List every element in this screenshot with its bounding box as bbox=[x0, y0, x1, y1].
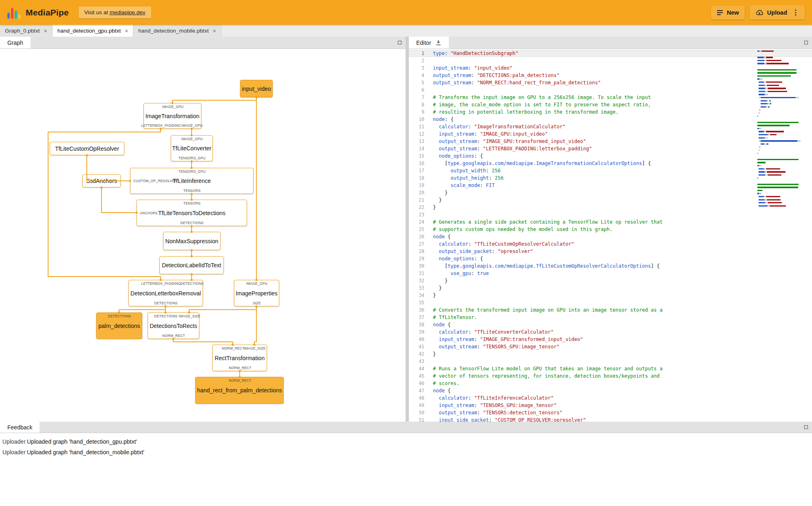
code-line[interactable]: 8# image, the scale_mode option is set t… bbox=[409, 101, 812, 108]
graph-node-TfLiteInference[interactable]: TfLiteInferenceTENSORS_GPUTENSORSCUSTOM_… bbox=[130, 168, 254, 194]
code-line[interactable]: 30 [type.googleapis.com/mediapipe.TfLite… bbox=[409, 262, 812, 270]
code-line[interactable]: 37# TfLiteTensor. bbox=[409, 314, 812, 321]
document-tab-hand_detection_mobile.pbtxt[interactable]: hand_detection_mobile.pbtxt× bbox=[133, 25, 221, 37]
document-tab-hand_detection_gpu.pbtxt[interactable]: hand_detection_gpu.pbtxt× bbox=[53, 25, 134, 37]
code-line[interactable]: 21 } bbox=[409, 196, 812, 204]
graph-node-input_video[interactable]: input_video bbox=[240, 80, 273, 97]
code-line[interactable]: 4output_stream: "DETECTIONS:palm_detecti… bbox=[409, 72, 812, 79]
minimap-line bbox=[757, 124, 801, 127]
code-line[interactable]: 51 input_side_packet: "CUSTOM_OP_RESOLVE… bbox=[409, 416, 812, 422]
code-line[interactable]: 39 calculator: "TfLiteConverterCalculato… bbox=[409, 328, 812, 336]
code-line[interactable]: 34} bbox=[409, 292, 812, 299]
code-line[interactable]: 32 } bbox=[409, 277, 812, 284]
code-line[interactable]: 14 output_stream: "LETTERBOX_PADDING:let… bbox=[409, 145, 812, 152]
code-line[interactable]: 20 } bbox=[409, 189, 812, 196]
tab-graph[interactable]: Graph bbox=[0, 37, 31, 48]
code-line[interactable]: 40 input_stream: "IMAGE_GPU:transformed_… bbox=[409, 336, 812, 343]
code-line[interactable]: 38node { bbox=[409, 321, 812, 328]
code-line[interactable]: 49 input_stream: "TENSORS_GPU:image_tens… bbox=[409, 402, 812, 409]
graph-node-DetectionLabelIdToText[interactable]: DetectionLabelIdToText bbox=[159, 256, 224, 274]
code-line[interactable]: 26node { bbox=[409, 233, 812, 240]
download-graph-icon[interactable] bbox=[435, 40, 441, 46]
minimap-line bbox=[757, 62, 801, 65]
graph-node-ImageProperties[interactable]: ImagePropertiesIMAGE_GPUSIZE bbox=[234, 280, 279, 306]
code-line[interactable]: 43 bbox=[409, 358, 812, 365]
code-line[interactable]: 9# resulting in potential letterboxing i… bbox=[409, 108, 812, 116]
code-line[interactable]: 23 bbox=[409, 211, 812, 218]
graph-node-NonMaxSuppression[interactable]: NonMaxSuppression bbox=[163, 232, 221, 250]
code-line[interactable]: 45# vector of tensors representing, for … bbox=[409, 372, 812, 380]
code-line[interactable]: 1type: "HandDetectionSubgraph" bbox=[409, 50, 812, 57]
code-line[interactable]: 12 input_stream: "IMAGE_GPU:input_video" bbox=[409, 130, 812, 138]
code-line[interactable]: 18 output_height: 256 bbox=[409, 174, 812, 182]
code-line[interactable]: 33 } bbox=[409, 284, 812, 292]
code-line[interactable]: 31 use_gpu: true bbox=[409, 270, 812, 277]
graph-node-SsdAnchors[interactable]: SsdAnchors bbox=[82, 174, 121, 187]
graph-node-DetectionLetterboxRemoval[interactable]: DetectionLetterboxRemovalLETTERBOX_PADDI… bbox=[128, 280, 203, 306]
node-title: input_video bbox=[241, 86, 272, 92]
code-line[interactable]: 48 calculator: "TfLiteInferenceCalculato… bbox=[409, 394, 812, 402]
code-line[interactable]: 10node: { bbox=[409, 116, 812, 123]
upload-button[interactable]: Upload ⋮ bbox=[750, 5, 805, 20]
code-line[interactable]: 27 calculator: "TfLiteCustomOpResolverCa… bbox=[409, 240, 812, 248]
minimap-line bbox=[757, 174, 801, 177]
code-line[interactable]: 3input_stream: "input_video" bbox=[409, 64, 812, 72]
code-line[interactable]: 25# supports custom ops needed by the mo… bbox=[409, 226, 812, 233]
document-tab-Graph_0.pbtxt[interactable]: Graph_0.pbtxt× bbox=[0, 25, 53, 37]
mediapipe-dev-link[interactable]: mediapipe.dev bbox=[110, 9, 146, 15]
graph-node-TfLiteCustomOpResolver[interactable]: TfLiteCustomOpResolver bbox=[50, 142, 124, 155]
minimap-line bbox=[757, 189, 801, 192]
port-label-LETTERBOX_PADDING: LETTERBOX_PADDING bbox=[141, 282, 181, 286]
port-label-NORM_RECT: NORM_RECT bbox=[229, 378, 252, 383]
code-line[interactable]: 13 output_stream: "IMAGE_GPU:transformed… bbox=[409, 138, 812, 145]
graph-canvas[interactable]: input_videoImageTransformationIMAGE_GPUL… bbox=[0, 49, 406, 422]
code-line[interactable]: 15 node_options: { bbox=[409, 152, 812, 160]
code-line[interactable]: 35 bbox=[409, 299, 812, 306]
minimap-line bbox=[757, 53, 801, 56]
tab-feedback[interactable]: Feedback bbox=[0, 422, 40, 433]
close-tab-icon[interactable]: × bbox=[213, 28, 216, 34]
code-line[interactable]: 42} bbox=[409, 350, 812, 358]
graph-node-RectTransformation[interactable]: RectTransformationNORM_RECTIMAGE_SIZENOR… bbox=[212, 345, 267, 371]
tab-editor[interactable]: Editor bbox=[409, 37, 449, 48]
close-tab-icon[interactable]: × bbox=[44, 28, 47, 34]
editor-minimap[interactable] bbox=[757, 50, 801, 207]
code-line[interactable]: 47node { bbox=[409, 387, 812, 394]
close-tab-icon[interactable]: × bbox=[125, 28, 128, 34]
graph-node-hand_rect_from_palm_detections[interactable]: hand_rect_from_palm_detectionsNORM_RECT bbox=[195, 377, 284, 404]
upload-options-kebab-icon[interactable]: ⋮ bbox=[792, 9, 799, 16]
code-line[interactable]: 19 scale_mode: FIT bbox=[409, 182, 812, 189]
expand-editor-panel-icon[interactable] bbox=[804, 40, 808, 45]
code-line[interactable]: 36# Converts the transformed input image… bbox=[409, 306, 812, 314]
code-line[interactable]: 16 [type.googleapis.com/mediapipe.ImageT… bbox=[409, 160, 812, 167]
code-line[interactable]: 5output_stream: "NORM_RECT:hand_rect_fro… bbox=[409, 79, 812, 86]
minimap-line bbox=[757, 50, 801, 53]
code-line[interactable]: 7# Transforms the input image on GPU to … bbox=[409, 94, 812, 101]
code-line[interactable]: 22} bbox=[409, 204, 812, 211]
code-line[interactable]: 28 output_side_packet: "opresolver" bbox=[409, 248, 812, 255]
code-line[interactable]: 46# scores. bbox=[409, 380, 812, 387]
code-line[interactable]: 29 node_options: { bbox=[409, 255, 812, 262]
code-line[interactable]: 50 output_stream: "TENSORS:detection_ten… bbox=[409, 409, 812, 416]
code-line[interactable]: 11 calculator: "ImageTransformationCalcu… bbox=[409, 123, 812, 130]
code-line[interactable]: 41 output_stream: "TENSORS_GPU:image_ten… bbox=[409, 343, 812, 350]
code-line[interactable]: 17 output_width: 256 bbox=[409, 167, 812, 174]
graph-node-ImageTransformation[interactable]: ImageTransformationIMAGE_GPULETTERBOX_PA… bbox=[143, 103, 201, 129]
code-text: # vector of tensors representing, for in… bbox=[433, 373, 660, 379]
port-label-IMAGE_SIZE: IMAGE_SIZE bbox=[244, 346, 265, 350]
graph-node-palm_detections[interactable]: palm_detectionsDETECTIONS bbox=[96, 312, 142, 339]
line-number: 50 bbox=[409, 409, 424, 416]
code-line[interactable]: 24# Generates a single side packet conta… bbox=[409, 218, 812, 226]
expand-graph-panel-icon[interactable] bbox=[397, 40, 402, 45]
graph-node-TfLiteConverter[interactable]: TfLiteConverterIMAGE_GPUTENSORS_GPU bbox=[171, 135, 213, 161]
code-line[interactable]: 44# Runs a TensorFlow Lite model on GPU … bbox=[409, 365, 812, 372]
minimap-line bbox=[757, 127, 801, 130]
graph-node-TfLiteTensorsToDetections[interactable]: TfLiteTensorsToDetectionsTENSORSDETECTIO… bbox=[137, 200, 247, 226]
code-line[interactable]: 2 bbox=[409, 57, 812, 64]
code-line[interactable]: 6 bbox=[409, 86, 812, 94]
graph-node-DetectionsToRects[interactable]: DetectionsToRectsDETECTIONSIMAGE_SIZENOR… bbox=[148, 312, 199, 339]
expand-feedback-panel-icon[interactable] bbox=[804, 425, 808, 429]
editor-body[interactable]: 1type: "HandDetectionSubgraph"23input_st… bbox=[409, 49, 812, 422]
line-number: 33 bbox=[409, 284, 424, 292]
new-button[interactable]: New bbox=[711, 6, 745, 20]
